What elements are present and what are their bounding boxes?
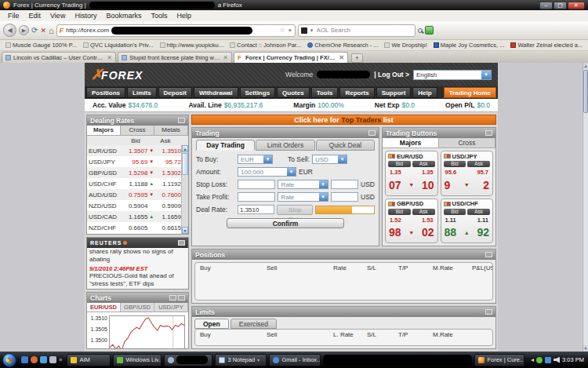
tab-limit-orders[interactable]: Limit Orders [256, 140, 314, 151]
chevron-down-icon[interactable]: ▼ [263, 155, 272, 163]
popout-icon[interactable] [485, 130, 492, 136]
take-profit-input[interactable] [238, 192, 275, 202]
stop-loss-type-select[interactable]: Rate▼ [278, 180, 328, 189]
tab-cross[interactable]: Cross [439, 138, 495, 148]
forward-button[interactable]: ▶ [19, 25, 29, 35]
take-profit-type-select[interactable]: Rate▼ [278, 192, 328, 202]
language-select[interactable]: English ▼ [413, 70, 492, 80]
quicklaunch-icon[interactable] [49, 356, 56, 363]
tab-label[interactable]: Stupid front license plate thing won... [129, 54, 220, 61]
chart-tab-usdjpy[interactable]: USD/JPY [154, 303, 188, 312]
bookmark-label[interactable]: We Dropship! [391, 42, 426, 49]
chevron-down-icon[interactable]: ▼ [287, 168, 296, 176]
taskbar-forex[interactable]: Forex | Cure... [474, 354, 524, 366]
menu-edit[interactable]: Edit [24, 12, 46, 20]
chevron-down-icon[interactable]: ▼ [481, 71, 491, 79]
menu-view[interactable]: View [45, 12, 70, 20]
bookmark-label[interactable]: ChemOne Research - ... [314, 42, 378, 49]
rate-row[interactable]: NZD/CHF0.66050.6615 [87, 222, 181, 233]
tray-expand-icon[interactable]: ◂ [531, 356, 534, 363]
popout-icon[interactable] [485, 252, 492, 257]
tray-app-icon[interactable] [536, 357, 543, 363]
tab-open[interactable]: Open [194, 319, 229, 329]
tab-exercised[interactable]: Exercised [230, 319, 277, 329]
rate-row[interactable]: AUD/USD0.75950.7600 [87, 189, 181, 200]
url-text[interactable]: http://forex.com [66, 27, 109, 34]
tab-majors[interactable]: Majors [383, 138, 439, 148]
bid-button[interactable]: 98 [389, 226, 401, 239]
bookmark-item[interactable]: We Dropship! [382, 42, 429, 49]
deal-rate-input[interactable]: 1.3510 [238, 205, 274, 214]
menu-history[interactable]: History [70, 12, 101, 20]
tab-day-trading[interactable]: Day Trading [196, 140, 255, 151]
nav-trading-home[interactable]: Trading Home [444, 87, 496, 98]
volume-icon[interactable] [554, 357, 560, 363]
scroll-up-icon[interactable]: ▲ [583, 63, 588, 69]
rate-row[interactable]: USD/CHF1.11881.1192 [87, 178, 181, 189]
menu-tools[interactable]: Tools [146, 12, 172, 20]
tab-quick-deal[interactable]: Quick Deal [316, 140, 375, 151]
toolbar-app-icon[interactable] [425, 26, 434, 35]
amount-select[interactable]: 100,000▼ [238, 167, 296, 177]
bid-button[interactable]: 07 [389, 179, 401, 191]
bookmark-label[interactable]: Contact :: Johnson Par... [237, 42, 301, 49]
help-icon[interactable] [368, 130, 376, 136]
chart-tab-eurusd[interactable]: EUR/USD [87, 303, 121, 312]
stop-loss-usd-input[interactable] [331, 180, 359, 189]
quicklaunch-overflow-icon[interactable]: » [59, 356, 62, 363]
quote-usdchf[interactable]: USD/CHF BidAsk 1.111.11 8892 [441, 199, 494, 244]
menu-help[interactable]: Help [172, 12, 196, 20]
minimize-icon[interactable] [169, 295, 176, 301]
take-profit-usd-input[interactable] [331, 192, 359, 202]
bookmark-label[interactable]: Muscle Gauge 100% P... [13, 42, 77, 49]
stop-button[interactable]: ✕ [40, 27, 46, 35]
tab-close-icon[interactable]: ✕ [339, 54, 344, 61]
rate-row[interactable]: GBP/USD1.52981.5302 [87, 167, 181, 178]
bookmark-star-icon[interactable]: ☆ [279, 27, 285, 34]
nav-help[interactable]: Help [412, 87, 437, 98]
to-sell-select[interactable]: USD▼ [312, 155, 347, 164]
rate-row[interactable]: EUR/USD1.35071.3510 [87, 145, 181, 156]
menu-file[interactable]: File [3, 12, 24, 20]
stop-loss-input[interactable] [238, 180, 275, 189]
taskbar-aim[interactable]: AIM [67, 354, 111, 366]
new-tab-button[interactable]: + [351, 53, 363, 63]
close-button[interactable]: ✕ [568, 2, 585, 9]
quote-usdjpy[interactable]: USD/JPY BidAsk 95.695.7 92 [441, 151, 494, 196]
rates-scrollbar[interactable]: ▲ ▼ [181, 145, 188, 234]
ask-button[interactable]: 10 [422, 179, 434, 191]
rate-row[interactable]: USD/CAD1.16551.1659 [87, 211, 181, 222]
home-button[interactable]: ⌂ [49, 26, 54, 35]
start-button[interactable] [2, 353, 16, 367]
bookmark-item[interactable]: Muscle Gauge 100% P... [3, 42, 79, 49]
bookmark-label[interactable]: QVC Liquidation's Priv... [90, 42, 154, 49]
bookmark-label[interactable]: Maple Joy Cosmetics, ... [441, 42, 505, 49]
taskbar-notepad-group[interactable]: 3 Notepad ▾ [215, 354, 267, 366]
chevron-down-icon[interactable]: ▾ [257, 357, 260, 363]
nav-reports[interactable]: Reports [339, 87, 374, 98]
clock[interactable]: 3:03 PM [562, 356, 584, 363]
maximize-button[interactable]: ▢ [554, 2, 567, 9]
quicklaunch-icon[interactable] [21, 356, 28, 363]
rate-row[interactable]: USD/JPY95.6995.72 [87, 156, 181, 167]
news-content[interactable]: shares rally shows no signs of abating 9… [87, 248, 188, 289]
popout-icon[interactable] [485, 309, 492, 315]
chevron-down-icon[interactable]: ▼ [319, 193, 328, 201]
search-engine-icon[interactable] [301, 27, 307, 34]
browser-scrollbar[interactable]: ▲ ▼ [583, 63, 588, 352]
bookmark-item[interactable]: ChemOne Research - ... [305, 42, 380, 49]
nav-settings[interactable]: Settings [240, 87, 276, 98]
bookmark-label[interactable]: Walter Zeinal elected a... [517, 42, 583, 49]
tab-forex-active[interactable]: F Forex | Currency Trading | FX/4X ... ✕ [234, 52, 348, 63]
tab-cross[interactable]: Cross [121, 126, 154, 135]
search-icon[interactable] [418, 28, 423, 33]
quote-eurusd[interactable]: EUR/USD BidAsk 1.351.35 0710 [385, 151, 438, 196]
ask-button[interactable]: 92 [477, 226, 489, 239]
popout-icon[interactable] [178, 118, 185, 123]
top-traders-banner[interactable]: Click here for Top Traders list [191, 115, 496, 125]
refresh-button[interactable]: ⟳ [31, 26, 38, 35]
tab-metals[interactable]: Metals [154, 126, 188, 135]
nav-limits[interactable]: Limits [127, 87, 157, 98]
search-bar[interactable]: ▼ AOL Search [298, 24, 416, 37]
tab-lincoln[interactable]: Lincoln vs Cadillac – User Control P... … [2, 52, 116, 63]
